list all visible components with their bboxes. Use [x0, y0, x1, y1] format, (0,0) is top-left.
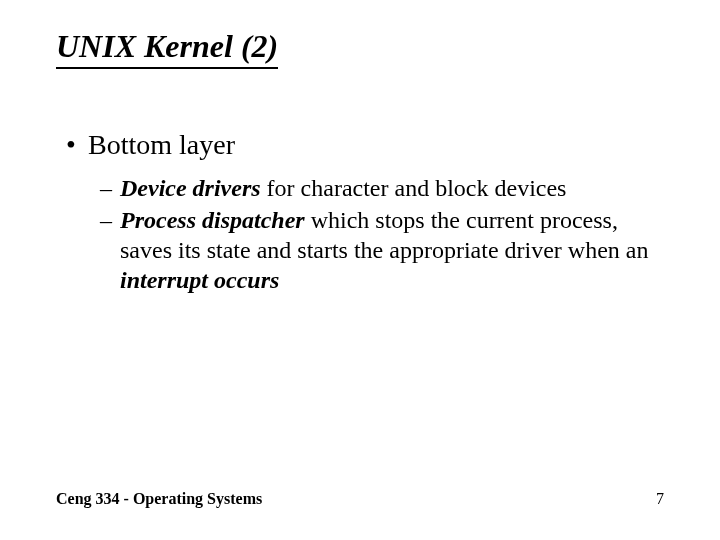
content-area: • Bottom layer – Device drivers for char…: [56, 129, 664, 295]
sub1-em: Device drivers: [120, 175, 261, 201]
slide-title: UNIX Kernel (2): [56, 28, 278, 69]
sub2-em: Process dispatcher: [120, 207, 305, 233]
dash-icon: –: [100, 173, 120, 203]
footer-course: Ceng 334 - Operating Systems: [56, 490, 262, 508]
slide: UNIX Kernel (2) • Bottom layer – Device …: [0, 0, 720, 540]
sub-item-1-text: Device drivers for character and block d…: [120, 173, 664, 203]
sub1-rest: for character and block devices: [261, 175, 567, 201]
page-number: 7: [656, 490, 664, 508]
sub-item-2: – Process dispatcher which stops the cur…: [100, 205, 664, 295]
dash-icon: –: [100, 205, 120, 235]
sub-item-1: – Device drivers for character and block…: [100, 173, 664, 203]
bullet-text: Bottom layer: [88, 129, 235, 161]
sub-item-2-text: Process dispatcher which stops the curre…: [120, 205, 664, 295]
sub2-em2: interrupt occurs: [120, 267, 279, 293]
footer: Ceng 334 - Operating Systems 7: [56, 490, 664, 508]
bullet-dot-icon: •: [66, 129, 88, 161]
bullet-item: • Bottom layer: [66, 129, 664, 161]
sub-list: – Device drivers for character and block…: [66, 173, 664, 295]
